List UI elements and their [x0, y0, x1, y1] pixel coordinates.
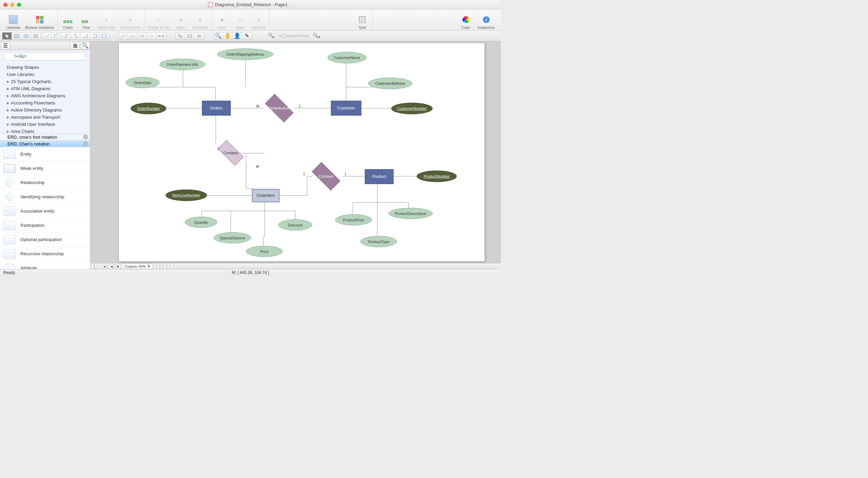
tree-button[interactable]: Tree — [79, 15, 93, 29]
stencil-entity[interactable]: Entity — [0, 147, 90, 161]
zoom-out-button[interactable]: 🔍- — [268, 33, 275, 39]
close-icon[interactable]: × — [83, 141, 88, 146]
entity-product[interactable]: Product — [365, 169, 394, 184]
grid-view-toggle[interactable]: ⊞ — [70, 42, 80, 49]
entity-orders[interactable]: Orders — [202, 101, 231, 116]
lib-atm-uml[interactable]: ▶ATM UML Diagrams — [0, 85, 90, 92]
pan-tool[interactable]: ✋ — [223, 33, 232, 39]
color-button[interactable]: Color — [459, 15, 473, 29]
attr-discount[interactable]: Discount — [278, 219, 312, 231]
group-1[interactable] — [175, 33, 185, 39]
connector-1[interactable] — [42, 33, 52, 39]
attr-quantity[interactable]: Quantity — [185, 217, 217, 228]
connector-4[interactable] — [71, 33, 80, 39]
libraries-button[interactable]: Libraries — [6, 15, 20, 29]
zoom-in-button[interactable]: 🔍+ — [313, 33, 321, 39]
zoom-slider[interactable] — [279, 35, 309, 37]
maximize-icon[interactable] — [17, 3, 21, 7]
connector-5[interactable] — [80, 33, 90, 39]
stencil-weak-entity[interactable]: Weak entity — [0, 161, 90, 176]
delete-link-button: ✕Delete link — [98, 15, 115, 29]
close-icon[interactable]: × — [83, 135, 88, 139]
connector-2[interactable] — [52, 33, 61, 39]
attr-productdesc[interactable]: ProductDescription — [389, 208, 433, 219]
lib-drawing-shapes[interactable]: Drawing Shapes — [0, 64, 90, 71]
line-3[interactable] — [137, 33, 147, 39]
ellipse-tool[interactable] — [21, 33, 31, 39]
lib-user-libraries[interactable]: User Libraries — [0, 71, 90, 78]
diagram-page[interactable]: Orders Customer Product OrderItem OrderA… — [118, 43, 485, 262]
minimize-icon[interactable] — [10, 3, 14, 7]
stencil-list[interactable]: Entity Weak entity Relationship Identify… — [0, 147, 90, 269]
attr-productprice[interactable]: ProductPrice — [335, 214, 372, 225]
group-3[interactable] — [194, 33, 204, 39]
user-tool[interactable]: 👤 — [232, 33, 242, 39]
attr-producttype[interactable]: ProductType — [360, 236, 397, 247]
pointer-tool[interactable] — [2, 33, 12, 39]
zoom-thumb[interactable] — [282, 34, 285, 38]
attr-price[interactable]: Price — [246, 246, 283, 257]
attr-customeraddress[interactable]: CustomerAddress — [368, 78, 412, 89]
attr-orderpayment[interactable]: OrderPayment Info — [159, 59, 205, 70]
chevron-down-icon[interactable]: ⌄ — [290, 2, 293, 7]
entity-customer[interactable]: Customer — [331, 101, 361, 116]
search-input[interactable] — [4, 52, 86, 60]
lib-orgcharts[interactable]: ▶25 Typical Orgcharts — [0, 78, 90, 85]
group-2[interactable] — [185, 33, 194, 39]
stencil-optional[interactable]: Optional participation — [0, 233, 90, 247]
lib-aerospace[interactable]: ▶Aerospace and Transport — [0, 114, 90, 121]
view-mode-3[interactable]: ▯ — [168, 264, 173, 269]
line-2[interactable] — [128, 33, 137, 39]
stencil-associative[interactable]: Associative entity — [0, 204, 90, 218]
zoom-combo[interactable]: Custom 49%⇅ — [122, 263, 153, 269]
tree-view-toggle[interactable]: ☰ — [1, 42, 10, 49]
browse-solutions-button[interactable]: Browse Solutions — [25, 15, 54, 29]
attr-ordernumber[interactable]: OrderNumber — [131, 103, 166, 114]
line-1[interactable] — [118, 33, 128, 39]
attr-productnumber[interactable]: ProductNumber — [417, 171, 457, 182]
lib-android[interactable]: ▶Android User Interface — [0, 121, 90, 128]
chain-button[interactable]: Chain — [61, 15, 75, 29]
rel-orderauthor[interactable]: OrderAuthor — [261, 99, 298, 118]
page-prev[interactable]: ◀ — [109, 264, 114, 269]
attr-itemlinenumber[interactable]: ItemLineNumber — [166, 190, 207, 201]
attr-ordershipping[interactable]: OrderShippingAddress — [217, 48, 273, 60]
lib-accounting[interactable]: ▶Accounting Flowcharts — [0, 99, 90, 106]
tab-chen[interactable]: ERD, Chen's notation× — [0, 140, 90, 147]
lib-active-directory[interactable]: ▶Active Directory Diagrams — [0, 106, 90, 114]
close-icon[interactable] — [3, 3, 7, 7]
pencil-tool[interactable]: ✎ — [242, 33, 251, 39]
connector-3[interactable] — [61, 33, 71, 39]
page-first[interactable]: ⏮ — [102, 264, 107, 269]
view-mode-2[interactable]: ▯ — [161, 264, 166, 269]
entity-orderitem[interactable]: OrderItem — [252, 189, 280, 202]
grid-button[interactable]: Grid — [356, 15, 369, 29]
inspectors-button[interactable]: iInspectors — [477, 15, 495, 29]
view-mode-1[interactable]: ▯ — [154, 264, 159, 269]
zoom-tool[interactable]: 🔍 — [213, 33, 223, 39]
text-tool[interactable] — [31, 33, 40, 39]
stencil-relationship[interactable]: Relationship — [0, 176, 90, 190]
attr-customernumber[interactable]: CustomerNumber — [391, 103, 433, 114]
library-list[interactable]: Drawing Shapes User Libraries ▶25 Typica… — [0, 62, 90, 134]
attr-specialoptions[interactable]: SpecialOptions — [214, 232, 251, 243]
attr-orderdate[interactable]: OrderDate — [126, 77, 159, 88]
stencil-attribute[interactable]: Attribute — [0, 261, 90, 269]
search-toggle[interactable]: 🔍 — [80, 42, 90, 49]
line-4[interactable] — [147, 33, 156, 39]
collapse-panel[interactable]: ‖ — [92, 264, 97, 269]
connector-6[interactable] — [90, 33, 99, 39]
rel-contains-2[interactable]: Contains — [307, 167, 345, 186]
stencil-identifying[interactable]: Identifying relationship — [0, 190, 90, 204]
canvas-scroll[interactable]: Orders Customer Product OrderItem OrderA… — [90, 41, 501, 263]
lib-aws[interactable]: ▶AWS Architecture Diagrams — [0, 92, 90, 99]
stencil-participation[interactable]: Participation — [0, 218, 90, 233]
stencil-recursive[interactable]: Recursive relationship — [0, 247, 90, 261]
connector-7[interactable] — [99, 33, 109, 39]
lib-area-charts[interactable]: ▶Area Charts — [0, 128, 90, 134]
attr-customername[interactable]: CustomerName — [327, 52, 366, 63]
page-next[interactable]: ▶ — [115, 264, 121, 269]
rect-tool[interactable] — [12, 33, 21, 39]
tab-crows-foot[interactable]: ERD, crow's foot notation× — [0, 134, 90, 140]
line-5[interactable] — [156, 33, 166, 39]
